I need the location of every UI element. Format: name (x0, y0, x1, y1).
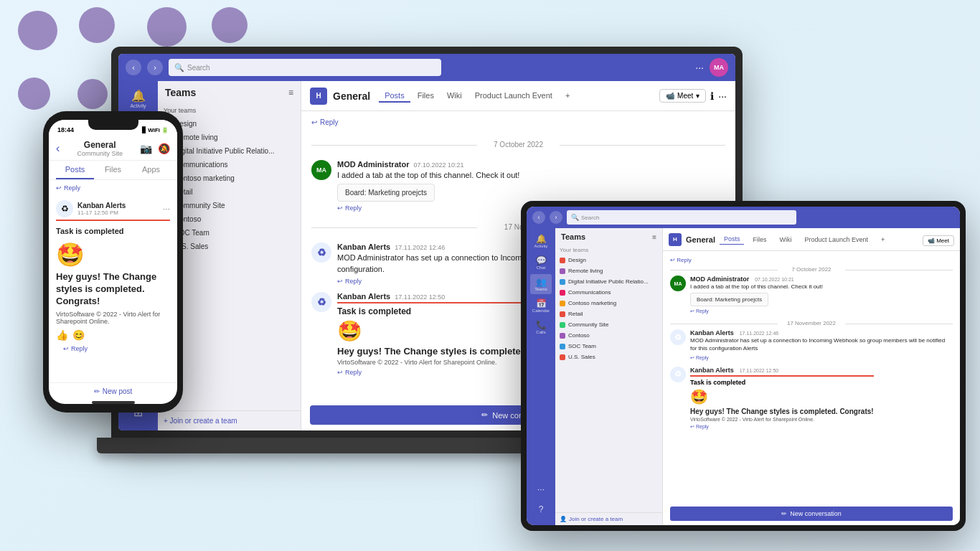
tablet-sidebar-help[interactable]: ? (530, 499, 552, 519)
tablet-forward-button[interactable]: › (550, 211, 562, 224)
kanban-avatar-2: ♻ (311, 292, 331, 312)
tablet-new-conv-button[interactable]: ✏ New conversation (670, 507, 953, 521)
tablet-tab-posts[interactable]: Posts (720, 234, 745, 245)
tablet-join-create-btn[interactable]: 👤 Join or create a team (555, 512, 662, 525)
tablet-msg-mod: MA MOD Administrator 07.10.2022 10:21 I … (670, 276, 953, 314)
tab-add[interactable]: + (560, 90, 575, 103)
tablet-tab-add[interactable]: + (877, 235, 889, 245)
sidebar-item-activity[interactable]: 🔔 Activity (124, 85, 153, 111)
tablet-calendar-icon: 📅 (536, 298, 547, 309)
tablet-sidebar-calendar[interactable]: 📅 Calendar (530, 296, 552, 316)
tablet-calls-icon: 📞 (536, 320, 547, 330)
tablet-dot-ussales (560, 354, 565, 360)
tablet-tab-wiki[interactable]: Wiki (776, 235, 796, 245)
reaction-thumbsup[interactable]: 👍 (56, 329, 68, 341)
phone-reply-top[interactable]: ↩ Reply (49, 180, 177, 196)
phone-tab-files[interactable]: Files (94, 161, 132, 179)
video-icon: 📹 (666, 92, 674, 100)
phone-tab-posts[interactable]: Posts (56, 161, 94, 179)
tablet-team-contoso[interactable]: Contoso (555, 330, 662, 341)
tab-posts[interactable]: Posts (379, 90, 410, 103)
phone-reply-icon: ↩ (56, 184, 62, 192)
tablet-bold-msg: Hey guys! The Change styles is completed… (690, 408, 874, 415)
phone-tab-apps[interactable]: Apps (132, 161, 170, 179)
tab-wiki[interactable]: Wiki (441, 90, 468, 103)
tab-files[interactable]: Files (412, 90, 440, 103)
reply-top: ↩ Reply (311, 118, 725, 126)
tablet-calls-label: Calls (536, 330, 545, 334)
tablet-reply-2[interactable]: ↩ Reply (690, 355, 953, 361)
phone-msg-more-icon[interactable]: ··· (163, 204, 170, 214)
user-avatar[interactable]: MA (710, 58, 728, 77)
tablet-team-soc[interactable]: SOC Team (555, 341, 662, 352)
tablet-msg-kanban-1: ♻ Kanban Alerts 17.11.2022 12:46 MOD Adm… (670, 329, 953, 360)
tablet-panel-header: Teams ≡ (555, 228, 662, 245)
search-icon: 🔍 (174, 63, 184, 72)
tablet-team-ussales[interactable]: U.S. Sales (555, 352, 662, 362)
tablet-task-banner: Task is completed 🤩 Hey guys! The Change… (690, 375, 874, 422)
forward-button[interactable]: › (147, 60, 163, 75)
tablet-team-community[interactable]: Community Site (555, 319, 662, 330)
tablet-reply-1[interactable]: ↩ Reply (690, 309, 823, 314)
teams-panel-title: Teams (165, 87, 196, 98)
tablet-team-comm[interactable]: Communications (555, 287, 662, 298)
tablet-sidebar-activity[interactable]: 🔔 Activity (530, 231, 552, 251)
tablet-search-box[interactable]: 🔍 Search (567, 210, 796, 225)
tablet-team-marketing[interactable]: Contoso marketing (555, 298, 662, 309)
more-actions-icon[interactable]: ··· (718, 90, 727, 102)
phone-back-button[interactable]: ‹ (56, 142, 60, 155)
mod-admin-avatar: MA (311, 160, 331, 180)
msg-card-1: Board: Marketing proejcts (337, 184, 435, 202)
phone-home-indicator (92, 401, 135, 404)
tablet-more-icon: ··· (537, 484, 545, 494)
tablet-sidebar-more[interactable]: ··· (530, 479, 552, 499)
tablet-reply-top: ↩ Reply (670, 257, 953, 263)
deco-circle-1 (18, 11, 57, 50)
phone-msg-reply[interactable]: ↩ Reply (56, 341, 170, 357)
tablet-msg-time-3: 17.11.2022 12:50 (740, 368, 779, 373)
back-button[interactable]: ‹ (126, 60, 141, 75)
tablet-sidebar-calls[interactable]: 📞 Calls (530, 317, 552, 337)
tablet-dot-remote (560, 268, 565, 274)
msg-author-3: Kanban Alerts (337, 292, 390, 301)
tablet-dot-digital (560, 279, 565, 285)
tablet-new-conv-label: New conversation (790, 510, 842, 517)
tablet-sidebar-chat[interactable]: 💬 Chat (530, 253, 552, 273)
new-post-button[interactable]: ✏ New post (94, 387, 133, 395)
phone-camera-icon[interactable]: 📷 (140, 143, 152, 154)
tablet-team-design[interactable]: Design (555, 255, 662, 265)
phone-bell-icon[interactable]: 🔕 (158, 143, 170, 154)
search-box[interactable]: 🔍 Search (169, 59, 441, 76)
tablet-sidebar-teams[interactable]: 👥 Teams (530, 274, 552, 294)
more-options[interactable]: ··· (695, 62, 704, 73)
tablet-your-teams: Your teams (555, 245, 662, 255)
reaction-smile[interactable]: 😊 (72, 329, 85, 341)
tablet-reply-3[interactable]: ↩ Reply (690, 424, 874, 430)
tablet-messages: ↩ Reply 7 October 2022 MA MOD Administra… (663, 251, 960, 502)
phone-small-text: VirtoSoftware © 2022 - Virto Alert for S… (56, 311, 170, 325)
tablet-tab-product-launch[interactable]: Product Launch Event (801, 235, 873, 245)
tablet-chat-header: H General Posts Files Wiki Product Launc… (663, 228, 960, 251)
join-create-team-btn[interactable]: + Join or create a team (158, 410, 301, 430)
search-placeholder: Search (187, 64, 210, 72)
meet-button[interactable]: 📹 Meet ▾ (659, 89, 706, 103)
info-icon[interactable]: ℹ (710, 90, 714, 102)
tablet-team-name-retail: Retail (568, 311, 583, 317)
tablet-team-digital[interactable]: Digital Initiative Public Relatio... (555, 276, 662, 287)
tablet-back-button[interactable]: ‹ (532, 211, 545, 224)
tablet-team-remote[interactable]: Remote living (555, 265, 662, 276)
wifi-icon: WiFi (148, 127, 160, 133)
tablet-tab-files[interactable]: Files (748, 235, 771, 245)
teams-panel-filter-icon[interactable]: ≡ (288, 88, 293, 98)
tablet-dot-community (560, 322, 565, 328)
tablet-filter-icon[interactable]: ≡ (652, 233, 656, 241)
chat-header-actions: 📹 Meet ▾ ℹ ··· (659, 89, 727, 103)
tablet-team-retail[interactable]: Retail (555, 309, 662, 319)
tablet-join-icon: 👤 (560, 516, 567, 522)
team-name-digital: Digital Initiative Public Relatio... (174, 147, 275, 155)
tablet-footer: ✏ New conversation (663, 502, 960, 525)
tablet-meet-button[interactable]: 📹 Meet (923, 235, 954, 246)
phone-channel-site: Community Site (64, 150, 136, 157)
tablet-activity-icon: 🔔 (536, 234, 547, 244)
tab-product-launch[interactable]: Product Launch Event (469, 90, 558, 103)
